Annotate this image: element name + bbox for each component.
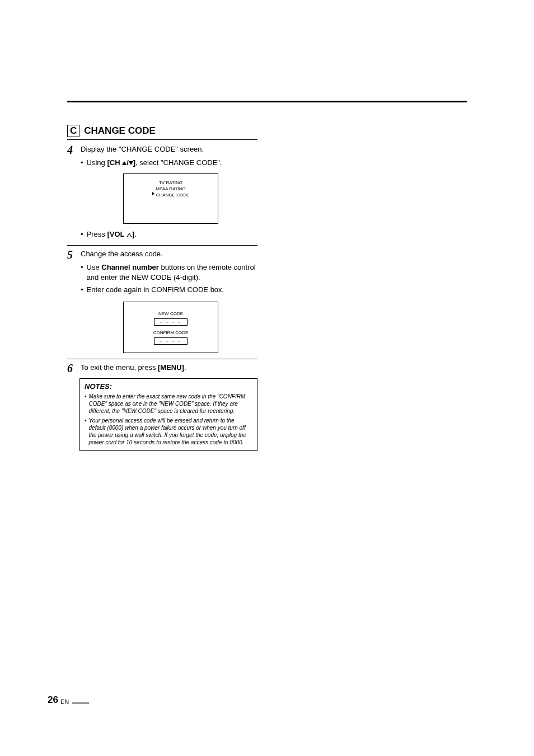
notes-text: Make sure to enter the exact same new co…	[89, 393, 252, 415]
bold-text: Channel number	[101, 263, 159, 271]
triangle-down-icon	[129, 161, 133, 165]
step-6: 6 To exit the menu, press [MENU].	[67, 363, 257, 374]
step-text: To exit the menu, press [MENU].	[81, 363, 186, 374]
page-language: EN	[60, 698, 69, 705]
triangle-outline-up-icon	[127, 233, 132, 237]
key-label: [CH /]	[107, 158, 135, 167]
notes-item: • Your personal access code will be eras…	[85, 417, 252, 446]
section-letter: C	[67, 125, 79, 137]
notes-item: • Make sure to enter the exact same new …	[85, 393, 252, 415]
bullet-text: Use Channel number buttons on the remote…	[87, 262, 257, 283]
menu-item-label: CHANGE CODE	[156, 192, 190, 198]
text: .	[184, 363, 186, 372]
menu-item-selected: CHANGE CODE	[129, 192, 212, 198]
step4-bullet-1: • Using [CH /], select "CHANGE CODE".	[81, 158, 257, 168]
step-number: 5	[67, 249, 76, 260]
step5-bullet-2: • Enter code again in CONFIRM CODE box.	[81, 285, 257, 295]
step-text: Change the access code.	[81, 249, 163, 260]
text: To exit the menu, press	[81, 363, 158, 372]
text: Press	[87, 230, 107, 238]
bullet-icon: •	[81, 285, 83, 295]
page-footer: 26 EN	[48, 694, 89, 706]
step-number: 4	[67, 144, 76, 156]
triangle-right-icon	[152, 192, 154, 195]
key-label: [VOL ]	[107, 230, 134, 238]
notes-title: NOTES:	[85, 382, 252, 391]
code-field: – – – –	[154, 337, 188, 345]
step-text: Display the "CHANGE CODE" screen.	[81, 144, 204, 156]
bullet-icon: •	[81, 229, 83, 240]
text: [VOL	[107, 230, 126, 238]
bullet-icon: •	[81, 158, 83, 168]
bullet-icon: •	[85, 393, 87, 415]
code-label: NEW CODE	[129, 311, 212, 316]
bullet-icon: •	[81, 262, 83, 283]
onscreen-code-box: NEW CODE – – – – CONFIRM CODE – – – –	[123, 302, 218, 353]
step5-bullet-1: • Use Channel number buttons on the remo…	[81, 262, 257, 283]
page-content: C CHANGE CODE 4 Display the "CHANGE CODE…	[0, 0, 534, 451]
bullet-text: Press [VOL ].	[87, 229, 137, 240]
section-heading: C CHANGE CODE	[67, 125, 257, 140]
step-5: 5 Change the access code.	[67, 249, 257, 260]
text: ]	[132, 230, 134, 238]
step4-bullet-2: • Press [VOL ].	[81, 229, 257, 240]
key-label: [MENU]	[158, 363, 184, 372]
bullet-icon: •	[85, 417, 87, 446]
text: Using	[87, 158, 107, 167]
step-number: 6	[67, 363, 76, 374]
bullet-text: Using [CH /], select "CHANGE CODE".	[87, 158, 222, 168]
bullet-text: Enter code again in CONFIRM CODE box.	[87, 285, 224, 295]
text: , select "CHANGE CODE".	[135, 158, 222, 167]
text: Use	[87, 263, 102, 271]
notes-box: NOTES: • Make sure to enter the exact sa…	[79, 378, 257, 451]
code-field: – – – –	[154, 318, 188, 326]
step-4: 4 Display the "CHANGE CODE" screen.	[67, 144, 257, 156]
notes-text: Your personal access code will be erased…	[89, 417, 252, 446]
menu-items: TV RATING MPAA RATING CHANGE CODE	[129, 180, 212, 198]
menu-item: MPAA RATING	[129, 186, 212, 192]
onscreen-menu-box: TV RATING MPAA RATING CHANGE CODE	[123, 173, 218, 224]
divider	[67, 359, 257, 359]
footer-bar	[72, 702, 89, 704]
top-rule	[67, 101, 467, 102]
page-number: 26	[48, 694, 58, 706]
code-label: CONFIRM CODE	[129, 330, 212, 335]
main-column: C CHANGE CODE 4 Display the "CHANGE CODE…	[67, 125, 257, 451]
section-title: CHANGE CODE	[84, 125, 156, 137]
menu-item: TV RATING	[129, 180, 212, 186]
divider	[67, 245, 257, 246]
triangle-up-icon	[122, 161, 127, 165]
